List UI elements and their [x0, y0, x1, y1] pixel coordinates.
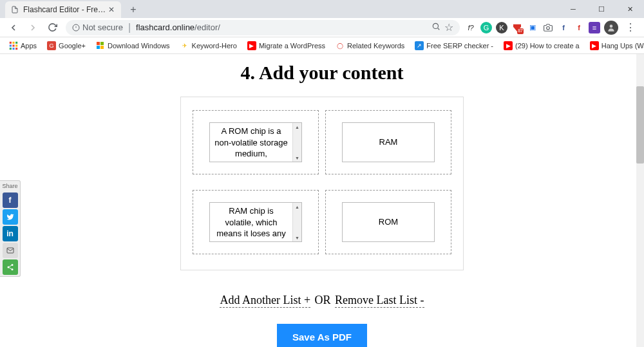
flashcard-back: RAM: [325, 110, 451, 174]
bookmark-icon: ◯: [336, 41, 345, 50]
ext-icon-camera[interactable]: [542, 22, 554, 33]
scroll-up-icon[interactable]: ▲: [293, 123, 301, 131]
bookmark-icon: ↗: [415, 41, 424, 50]
card-front-input[interactable]: RAM chip is volatile, which means it los…: [210, 203, 292, 241]
share-sidebar: Share f in: [0, 180, 21, 277]
flashcard-front: A ROM chip is a non-volatile storage med…: [193, 110, 319, 174]
bookmark-item[interactable]: ▶Migrate a WordPress: [243, 40, 329, 52]
forward-button[interactable]: [24, 19, 41, 36]
svg-line-25: [9, 268, 11, 269]
ext-icon-tag[interactable]: 87: [511, 22, 523, 33]
browser-tab[interactable]: Flashcard Editor - Free online app ✕: [5, 1, 121, 18]
extension-icons: f? G K 87 ▣ f f ≡ ⋮: [465, 19, 639, 36]
svg-rect-18: [97, 46, 100, 49]
close-window-button[interactable]: ✕: [616, 0, 644, 18]
share-email-button[interactable]: [3, 243, 18, 258]
svg-rect-13: [10, 48, 12, 50]
share-linkedin-button[interactable]: in: [3, 226, 18, 241]
close-icon[interactable]: ✕: [107, 5, 116, 14]
bookmark-item[interactable]: GGoogle+: [43, 40, 90, 52]
svg-rect-15: [15, 48, 17, 50]
ext-icon-fb1[interactable]: f: [558, 22, 569, 33]
add-list-link[interactable]: Add Another List +: [220, 294, 310, 308]
svg-rect-10: [10, 44, 12, 46]
bookmark-item[interactable]: ↗Free SERP checker -: [411, 40, 497, 52]
ext-icon-k[interactable]: K: [496, 22, 507, 33]
ext-badge: 87: [517, 28, 524, 33]
card-front-input[interactable]: A ROM chip is a non-volatile storage med…: [210, 123, 292, 162]
card-back-input[interactable]: ROM: [343, 203, 434, 241]
bookmark-icon: ▶: [504, 41, 513, 50]
url-separator: |: [128, 22, 131, 33]
svg-point-22: [7, 267, 9, 268]
svg-point-21: [11, 264, 13, 266]
scroll-up-icon[interactable]: ▲: [293, 203, 301, 211]
card-input-wrapper: RAM chip is volatile, which means it los…: [209, 202, 302, 242]
card-back-input[interactable]: RAM: [343, 123, 434, 162]
card-input-wrapper: A ROM chip is a non-volatile storage med…: [209, 122, 302, 162]
bookmark-icon: ✈: [180, 41, 189, 50]
url-bar[interactable]: Not secure | flashcard.online/editor/ ☆: [66, 20, 460, 35]
bookmark-item[interactable]: ▶(29) How to create a: [500, 40, 583, 52]
svg-rect-14: [12, 48, 14, 50]
svg-rect-16: [97, 42, 100, 45]
remove-list-link[interactable]: Remove Last List -: [335, 294, 424, 308]
minimize-button[interactable]: ─: [559, 0, 587, 18]
or-separator: OR: [315, 294, 331, 306]
tab-title: Flashcard Editor - Free online app: [23, 5, 107, 14]
reload-button[interactable]: [44, 19, 61, 36]
bookmark-star-icon[interactable]: ☆: [444, 21, 453, 33]
profile-avatar[interactable]: [604, 21, 618, 35]
svg-rect-12: [15, 44, 17, 46]
scrollbar-track[interactable]: [636, 54, 644, 347]
window-controls: ─ ☐ ✕: [559, 0, 644, 18]
scroll-down-icon[interactable]: ▼: [293, 154, 301, 162]
bookmark-item[interactable]: Download Windows: [92, 40, 174, 52]
svg-line-24: [9, 265, 11, 267]
bookmark-icon: ▶: [247, 41, 256, 50]
svg-point-5: [547, 26, 550, 30]
security-indicator[interactable]: Not secure: [72, 23, 123, 32]
svg-rect-9: [15, 41, 17, 43]
ext-icon-fb2[interactable]: f: [573, 22, 585, 33]
svg-rect-11: [12, 44, 14, 46]
address-bar: Not secure | flashcard.online/editor/ ☆ …: [0, 18, 644, 37]
ext-icon-capture[interactable]: ▣: [527, 22, 538, 33]
bookmark-item[interactable]: ◯Related Keywords: [332, 40, 408, 52]
back-button[interactable]: [5, 19, 22, 36]
new-tab-button[interactable]: +: [125, 1, 142, 18]
svg-point-23: [11, 268, 13, 270]
svg-point-6: [610, 24, 613, 28]
share-twitter-button[interactable]: [3, 209, 18, 225]
save-pdf-button[interactable]: Save As PDF: [277, 324, 367, 347]
ext-icon-purple[interactable]: ≡: [589, 22, 600, 33]
svg-rect-17: [100, 42, 104, 45]
bookmark-icon: G: [47, 41, 56, 50]
bookmark-item[interactable]: ▶Hang Ups (Want You: [586, 40, 644, 52]
bookmarks-bar: Apps GGoogle+ Download Windows ✈Keyword-…: [0, 37, 644, 54]
ext-icon-f[interactable]: f?: [465, 22, 477, 33]
scrollbar-thumb[interactable]: [636, 86, 644, 164]
list-actions: Add Another List + OR Remove Last List -: [0, 294, 644, 307]
search-within-icon[interactable]: [431, 22, 440, 33]
svg-rect-7: [10, 41, 12, 43]
flashcard-back: ROM: [325, 190, 451, 254]
svg-point-3: [433, 23, 438, 28]
page-icon: [10, 5, 19, 14]
svg-line-4: [438, 28, 440, 30]
bookmark-icon: [96, 41, 105, 50]
bookmark-item[interactable]: ✈Keyword-Hero: [176, 40, 241, 52]
apps-shortcut[interactable]: Apps: [5, 40, 41, 52]
chrome-menu-button[interactable]: ⋮: [622, 19, 639, 36]
share-more-button[interactable]: [3, 259, 18, 275]
flashcard-row: A ROM chip is a non-volatile storage med…: [193, 110, 451, 174]
scroll-down-icon[interactable]: ▼: [293, 234, 301, 241]
share-facebook-button[interactable]: f: [3, 192, 18, 208]
ext-icon-grammarly[interactable]: G: [480, 22, 492, 33]
svg-rect-19: [100, 46, 104, 49]
url-text: flashcard.online/editor/: [136, 23, 431, 32]
maximize-button[interactable]: ☐: [587, 0, 616, 18]
share-title: Share: [0, 181, 20, 191]
card-input-wrapper: ROM: [342, 202, 435, 242]
apps-label: Apps: [21, 42, 37, 50]
